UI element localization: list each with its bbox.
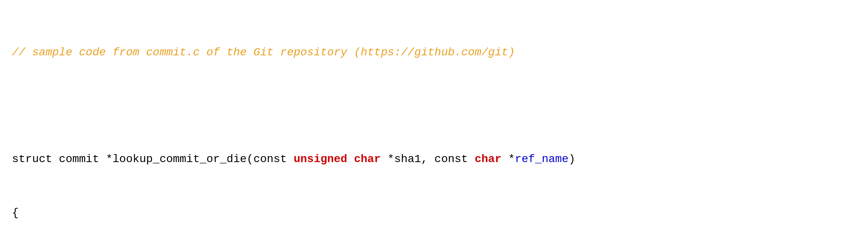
keyword-char2: char <box>475 153 501 165</box>
ref-name-param-start: * <box>502 153 515 165</box>
func-sig-start: struct commit *lookup_commit_or_die(cons… <box>12 153 294 165</box>
keyword-char1: char <box>354 153 381 165</box>
close-paren: ) <box>569 153 575 165</box>
sha1-param: *sha1, const <box>381 153 475 165</box>
keyword-unsigned: unsigned <box>294 153 347 165</box>
line-open-brace: { <box>12 204 856 222</box>
var-ref-name-param: ref_name <box>515 153 568 165</box>
comment-text: // sample code from commit.c of the Git … <box>12 46 515 59</box>
open-brace: { <box>12 207 19 219</box>
space1 <box>347 153 354 165</box>
line-func-sig: struct commit *lookup_commit_or_die(cons… <box>12 151 856 168</box>
code-block: // sample code from commit.c of the Git … <box>12 8 856 225</box>
line-blank <box>12 97 856 115</box>
line-comment: // sample code from commit.c of the Git … <box>12 44 856 62</box>
